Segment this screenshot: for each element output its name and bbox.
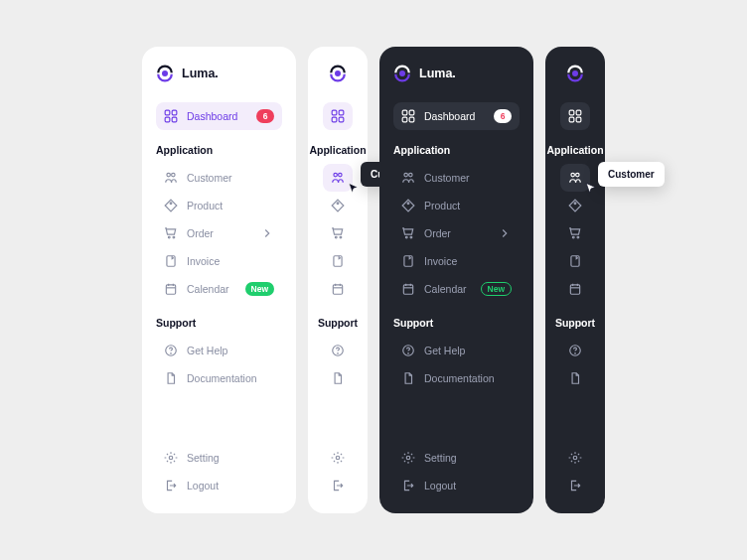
nav-label: Documentation (424, 372, 495, 384)
nav-help[interactable]: Get Help (156, 337, 282, 364)
calendar-badge: New (245, 282, 274, 296)
nav-dashboard[interactable] (323, 102, 353, 130)
spacer (156, 392, 282, 444)
nav-product[interactable] (560, 192, 590, 219)
nav-calendar[interactable] (560, 275, 590, 303)
nav-logout[interactable]: Logout (393, 472, 520, 499)
sidebar-dark-collapsed: Application Customer Support (545, 47, 605, 513)
doc-icon (401, 371, 415, 385)
nav-docs[interactable] (323, 364, 353, 392)
nav-label: Calendar (187, 283, 229, 295)
nav-label: Setting (187, 452, 220, 464)
nav-calendar[interactable]: CalendarNew (156, 275, 282, 303)
nav-customer[interactable]: Customer (323, 164, 353, 192)
nav-label: Product (187, 200, 223, 211)
dashboard-icon (401, 109, 415, 123)
spacer (393, 392, 520, 444)
doc-icon (331, 371, 345, 385)
logout-icon (164, 479, 178, 492)
sidebar-dark-expanded: Luma. Dashboard 6 Application Customer P… (379, 47, 533, 513)
nav-order[interactable] (560, 219, 590, 247)
users-icon (568, 171, 582, 185)
nav-order[interactable]: Order (393, 219, 520, 247)
nav-logout[interactable]: Logout (156, 472, 282, 499)
logo-icon (566, 65, 584, 82)
nav-invoice[interactable]: Invoice (156, 247, 282, 275)
nav-customer[interactable]: Customer (560, 164, 590, 192)
nav-dashboard[interactable]: Dashboard 6 (156, 102, 282, 130)
nav-setting[interactable] (560, 444, 590, 472)
logout-icon (401, 479, 415, 492)
users-icon (331, 171, 345, 185)
nav-logout[interactable] (560, 472, 590, 499)
nav-product[interactable]: Product (393, 192, 520, 219)
nav-product[interactable]: Product (156, 192, 282, 219)
users-icon (164, 171, 178, 185)
brand-name: Luma. (182, 67, 219, 80)
brand: Luma. (156, 65, 282, 82)
section-application: Application (309, 144, 366, 156)
nav-label: Product (424, 200, 460, 211)
calendar-icon (401, 282, 415, 296)
nav-docs[interactable]: Documentation (156, 364, 282, 392)
dashboard-icon (568, 109, 582, 123)
sidebar-light-expanded: Luma. Dashboard 6 Application Customer P… (142, 47, 296, 513)
invoice-icon (568, 254, 582, 268)
nav-order[interactable]: Order (156, 219, 282, 247)
nav-customer[interactable]: Customer (156, 164, 282, 192)
section-application: Application (546, 144, 603, 156)
nav-label: Get Help (424, 345, 465, 356)
chevron-right-icon (260, 226, 274, 240)
section-support: Support (555, 317, 595, 329)
nav-label: Calendar (424, 283, 467, 295)
cart-icon (401, 226, 415, 240)
logo-icon (393, 65, 411, 82)
nav-docs[interactable]: Documentation (393, 364, 520, 392)
nav-help[interactable] (560, 337, 590, 364)
invoice-icon (331, 254, 345, 268)
nav-logout[interactable] (323, 472, 353, 499)
brand (329, 65, 347, 82)
logo-icon (329, 65, 347, 82)
logo-icon (156, 65, 174, 82)
invoice-icon (401, 254, 415, 268)
nav-docs[interactable] (560, 364, 590, 392)
nav-label: Customer (187, 172, 232, 184)
doc-icon (164, 371, 178, 385)
chevron-right-icon (498, 226, 512, 240)
brand-name: Luma. (419, 67, 456, 80)
nav-calendar[interactable]: CalendarNew (393, 275, 520, 303)
nav-setting[interactable] (323, 444, 353, 472)
nav-label: Logout (187, 480, 219, 491)
nav-invoice[interactable] (323, 247, 353, 275)
gear-icon (331, 451, 345, 465)
invoice-icon (164, 254, 178, 268)
dashboard-badge: 6 (256, 109, 274, 123)
nav-invoice[interactable] (560, 247, 590, 275)
nav-help[interactable]: Get Help (393, 337, 520, 364)
nav-dashboard[interactable] (560, 102, 590, 130)
nav-label: Dashboard (187, 110, 237, 122)
nav-invoice[interactable]: Invoice (393, 247, 520, 275)
nav-label: Order (187, 227, 214, 239)
nav-order[interactable] (323, 219, 353, 247)
nav-label: Dashboard (424, 110, 475, 122)
nav-setting[interactable]: Setting (393, 444, 520, 472)
dashboard-badge: 6 (494, 109, 512, 123)
section-application: Application (393, 144, 520, 156)
nav-product[interactable] (323, 192, 353, 219)
cart-icon (568, 226, 582, 240)
nav-calendar[interactable] (323, 275, 353, 303)
nav-label: Invoice (187, 255, 220, 267)
nav-setting[interactable]: Setting (156, 444, 282, 472)
nav-help[interactable] (323, 337, 353, 364)
tag-icon (568, 199, 582, 212)
nav-customer[interactable]: Customer (393, 164, 520, 192)
nav-label: Documentation (187, 372, 257, 384)
section-support: Support (318, 317, 358, 329)
gear-icon (401, 451, 415, 465)
calendar-icon (568, 282, 582, 296)
help-icon (164, 344, 178, 357)
nav-dashboard[interactable]: Dashboard 6 (393, 102, 520, 130)
nav-label: Logout (424, 480, 456, 491)
